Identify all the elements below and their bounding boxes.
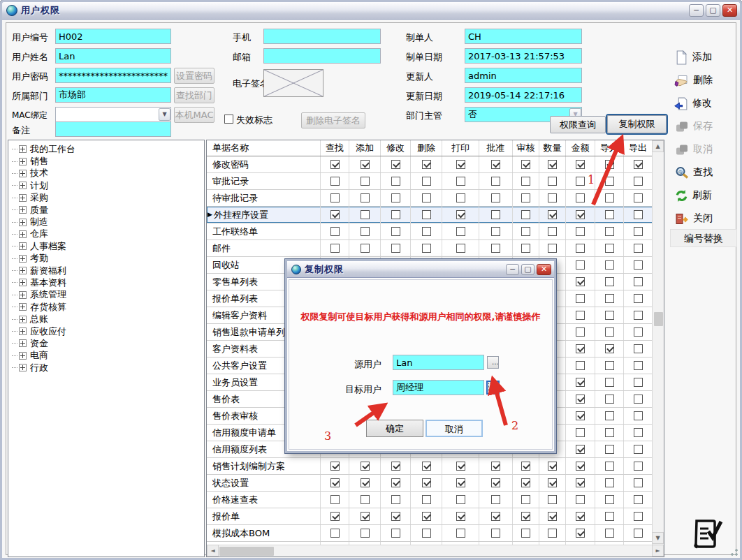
permission-checkbox[interactable] (521, 160, 530, 169)
permission-checkbox[interactable] (576, 411, 585, 420)
dialog-close-button[interactable]: ✕ (537, 264, 551, 275)
toolbar-search-button[interactable]: @查找 (674, 162, 741, 183)
vertical-scrollbar[interactable]: ▲ ▼ (652, 140, 664, 545)
tree-item-5[interactable]: 采购 (12, 192, 204, 204)
scroll-down-icon[interactable]: ▼ (652, 532, 664, 544)
permission-checkbox[interactable] (634, 344, 643, 353)
user-id-input[interactable] (55, 29, 171, 44)
permission-checkbox[interactable] (548, 160, 557, 169)
permission-checkbox[interactable] (361, 495, 370, 504)
tree-expand-icon[interactable] (19, 170, 27, 177)
permission-checkbox[interactable] (634, 311, 643, 320)
permission-checkbox[interactable] (634, 177, 643, 186)
tree-expand-icon[interactable] (19, 267, 27, 274)
permission-checkbox[interactable] (422, 227, 431, 236)
tree-item-9[interactable]: 人事档案 (12, 240, 204, 252)
permission-checkbox[interactable] (456, 529, 465, 538)
permission-checkbox[interactable] (605, 177, 614, 186)
source-user-input[interactable] (393, 355, 484, 370)
tree-expand-icon[interactable] (19, 242, 27, 250)
permission-checkbox[interactable] (605, 327, 614, 337)
permission-checkbox[interactable] (634, 277, 643, 286)
permission-checkbox[interactable] (634, 160, 643, 169)
permission-checkbox[interactable] (576, 160, 585, 169)
permission-checkbox[interactable] (605, 277, 614, 286)
toolbar-modify-arrow-button[interactable]: 修改 (674, 93, 741, 114)
table-row[interactable]: 价格速查表 (207, 492, 653, 508)
set-password-button[interactable]: 设置密码 (174, 68, 214, 84)
tree-expand-icon[interactable] (19, 316, 27, 323)
signature-placeholder[interactable] (263, 69, 323, 97)
scroll-right-icon[interactable]: ► (652, 545, 664, 557)
dialog-minimize-button[interactable]: ─ (506, 264, 519, 275)
permission-checkbox[interactable] (521, 462, 530, 471)
tree-expand-icon[interactable] (19, 327, 27, 335)
permission-checkbox[interactable] (548, 227, 557, 236)
permission-checkbox[interactable] (330, 193, 340, 202)
permission-checkbox[interactable] (361, 244, 370, 253)
tree-item-10[interactable]: 考勤 (12, 253, 204, 265)
permission-checkbox[interactable] (521, 227, 530, 236)
tree-expand-icon[interactable] (19, 219, 27, 226)
permission-checkbox[interactable] (634, 462, 643, 471)
permission-checkbox[interactable] (605, 411, 614, 420)
permission-checkbox[interactable] (422, 512, 431, 521)
dialog-cancel-button[interactable]: 取消 (425, 420, 483, 437)
permission-checkbox[interactable] (605, 294, 614, 303)
permission-checkbox[interactable] (361, 193, 370, 202)
tree-expand-icon[interactable] (19, 291, 27, 299)
permission-checkbox[interactable] (634, 478, 643, 487)
permission-checkbox[interactable] (634, 327, 643, 337)
permission-checkbox[interactable] (576, 311, 585, 320)
table-row[interactable]: 报价单 (207, 508, 653, 525)
tree-item-19[interactable]: 行政 (12, 362, 204, 374)
permission-checkbox[interactable] (330, 210, 340, 219)
local-mac-button[interactable]: 本机MAC (174, 107, 214, 123)
permission-checkbox[interactable] (634, 445, 643, 454)
tree-item-12[interactable]: 基本资料 (12, 277, 204, 288)
permission-checkbox[interactable] (491, 193, 500, 202)
permission-checkbox[interactable] (605, 193, 614, 202)
tree-item-2[interactable]: 销售 (12, 155, 204, 167)
permission-checkbox[interactable] (491, 462, 500, 471)
permission-checkbox[interactable] (634, 512, 643, 521)
table-row[interactable]: 销售计划编制方案 (207, 458, 653, 475)
permission-checkbox[interactable] (422, 529, 431, 538)
toolbar-delete-hand-button[interactable]: 删除 (674, 70, 741, 91)
find-department-button[interactable]: 查找部门 (174, 87, 214, 103)
permission-checkbox[interactable] (456, 193, 465, 202)
permission-checkbox[interactable] (576, 210, 585, 219)
permission-checkbox[interactable] (605, 244, 614, 253)
permission-checkbox[interactable] (634, 193, 643, 202)
permission-checkbox[interactable] (634, 210, 643, 219)
invalid-flag-checkbox[interactable] (224, 115, 233, 124)
permission-checkbox[interactable] (605, 210, 614, 219)
permission-checkbox[interactable] (548, 495, 557, 504)
permission-checkbox[interactable] (548, 193, 557, 202)
permission-checkbox[interactable] (330, 244, 340, 253)
permission-checkbox[interactable] (391, 244, 400, 253)
tree-item-6[interactable]: 质量 (12, 204, 204, 216)
permission-checkbox[interactable] (576, 294, 585, 303)
permission-checkbox[interactable] (605, 378, 614, 387)
permission-checkbox[interactable] (330, 478, 340, 487)
permission-checkbox[interactable] (605, 445, 614, 454)
permission-checkbox[interactable] (456, 495, 465, 504)
permission-checkbox[interactable] (491, 244, 500, 253)
tree-item-8[interactable]: 仓库 (12, 228, 204, 240)
permission-checkbox[interactable] (605, 160, 614, 169)
permission-checkbox[interactable] (634, 529, 643, 538)
update-date-input[interactable] (465, 87, 582, 103)
tree-expand-icon[interactable] (19, 158, 27, 165)
permission-checkbox[interactable] (576, 529, 585, 538)
permission-checkbox[interactable] (576, 277, 585, 286)
tree-item-1[interactable]: 我的工作台 (12, 143, 204, 155)
remark-input[interactable] (55, 121, 171, 137)
permission-checkbox[interactable] (576, 395, 585, 404)
permission-checkbox[interactable] (521, 193, 530, 202)
permission-checkbox[interactable] (456, 462, 465, 471)
permission-checkbox[interactable] (491, 210, 500, 219)
permission-checkbox[interactable] (605, 344, 614, 353)
table-row[interactable]: 状态设置 (207, 475, 653, 492)
permission-checkbox[interactable] (361, 227, 370, 236)
